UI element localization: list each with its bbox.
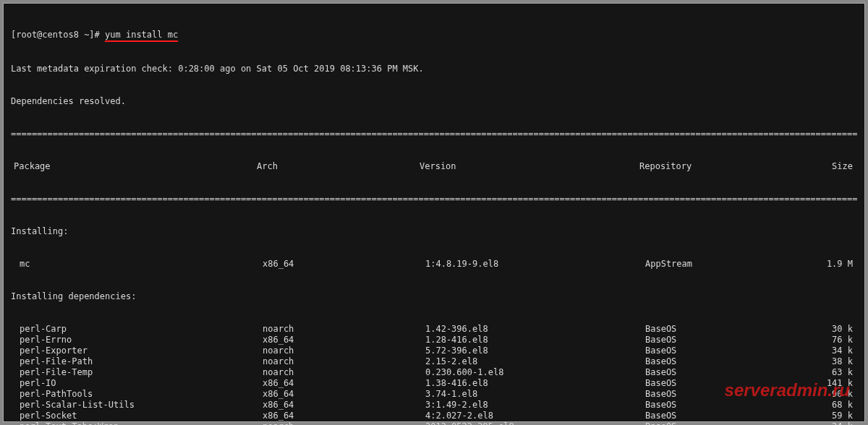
table-row: mc x86_64 1:4.8.19-9.el8 AppStream 1.9 M [11,259,857,270]
section-installing: Installing: [11,226,857,237]
cell-package: perl-PathTools [11,389,263,400]
cell-version: 1:4.8.19-9.el8 [425,259,645,270]
cell-size: 90 k [793,389,857,400]
metadata-line: Last metadata expiration check: 0:28:00 … [11,64,857,74]
cell-repository: BaseOS [645,367,793,378]
table-row: perl-Scalar-List-Utilsx86_643:1.49-2.el8… [11,400,857,411]
cell-arch: x86_64 [263,259,425,270]
hdr-version: Version [420,161,639,172]
cell-repository: AppStream [645,259,793,270]
cell-repository: BaseOS [645,335,793,345]
terminal[interactable]: [root@centos8 ~]# yum install mc Last me… [3,3,865,422]
shell-prompt-line: [root@centos8 ~]# yum install mc [11,30,857,42]
cell-version: 2.15-2.el8 [425,356,645,367]
cell-arch: noarch [263,324,425,335]
cell-arch: noarch [263,421,425,425]
cell-package: mc [11,259,263,270]
cell-package: perl-IO [11,378,263,389]
cell-arch: x86_64 [263,389,425,400]
table-row: perl-Errnox86_641.28-416.el8BaseOS76 k [11,335,857,345]
cell-version: 0.230.600-1.el8 [425,367,645,378]
cell-repository: BaseOS [645,411,793,421]
hdr-repository: Repository [639,161,788,172]
divider: ========================================… [11,194,857,205]
divider: ========================================… [11,129,857,139]
cell-size: 24 k [793,421,857,425]
cell-repository: BaseOS [645,356,793,367]
cell-size: 30 k [793,324,857,335]
cell-repository: BaseOS [645,324,793,335]
cell-package: perl-File-Temp [11,367,263,378]
section-installing-deps: Installing dependencies: [11,291,857,302]
cell-size: 63 k [793,367,857,378]
deps-resolved-line: Dependencies resolved. [11,96,857,107]
table-row: perl-Exporternoarch5.72-396.el8BaseOS34 … [11,345,857,356]
cell-size: 76 k [793,335,857,345]
shell-command: yum install mc [105,30,178,42]
cell-package: perl-Exporter [11,345,263,356]
cell-version: 3.74-1.el8 [425,389,645,400]
cell-repository: BaseOS [645,389,793,400]
table-row: perl-Text-Tabs+Wrapnoarch2013.0523-395.e… [11,421,857,425]
cell-package: perl-Scalar-List-Utils [11,400,263,411]
cell-arch: noarch [263,345,425,356]
cell-version: 5.72-396.el8 [425,345,645,356]
cell-arch: x86_64 [263,400,425,411]
cell-version: 1.38-416.el8 [425,378,645,389]
cell-version: 2013.0523-395.el8 [425,421,645,425]
cell-version: 1.42-396.el8 [425,324,645,335]
cell-size: 68 k [793,400,857,411]
table-row: perl-File-Tempnoarch0.230.600-1.el8BaseO… [11,367,857,378]
cell-arch: x86_64 [263,378,425,389]
table-header: Package Arch Version Repository Size [11,161,857,172]
cell-repository: BaseOS [645,421,793,425]
cell-repository: BaseOS [645,345,793,356]
cell-size: 34 k [793,345,857,356]
hdr-arch: Arch [257,161,420,172]
cell-repository: BaseOS [645,378,793,389]
cell-arch: x86_64 [263,411,425,421]
cell-size: 38 k [793,356,857,367]
cell-package: perl-Carp [11,324,263,335]
cell-package: perl-Socket [11,411,263,421]
cell-version: 1.28-416.el8 [425,335,645,345]
cell-size: 59 k [793,411,857,421]
cell-arch: noarch [263,356,425,367]
table-row: perl-File-Pathnoarch2.15-2.el8BaseOS38 k [11,356,857,367]
table-row: perl-Carpnoarch1.42-396.el8BaseOS30 k [11,324,857,335]
cell-package: perl-Text-Tabs+Wrap [11,421,263,425]
hdr-size: Size [788,161,857,172]
cell-version: 4:2.027-2.el8 [425,411,645,421]
cell-size: 1.9 M [793,259,857,270]
cell-version: 3:1.49-2.el8 [425,400,645,411]
cell-package: perl-File-Path [11,356,263,367]
cell-size: 141 k [793,378,857,389]
cell-arch: noarch [263,367,425,378]
cell-repository: BaseOS [645,400,793,411]
cell-package: perl-Errno [11,335,263,345]
table-row: perl-IOx86_641.38-416.el8BaseOS141 k [11,378,857,389]
table-row: perl-Socketx86_644:2.027-2.el8BaseOS59 k [11,411,857,421]
hdr-package: Package [11,161,257,172]
shell-prompt: [root@centos8 ~]# [11,30,105,40]
cell-arch: x86_64 [263,335,425,345]
table-row: perl-PathToolsx86_643.74-1.el8BaseOS90 k [11,389,857,400]
